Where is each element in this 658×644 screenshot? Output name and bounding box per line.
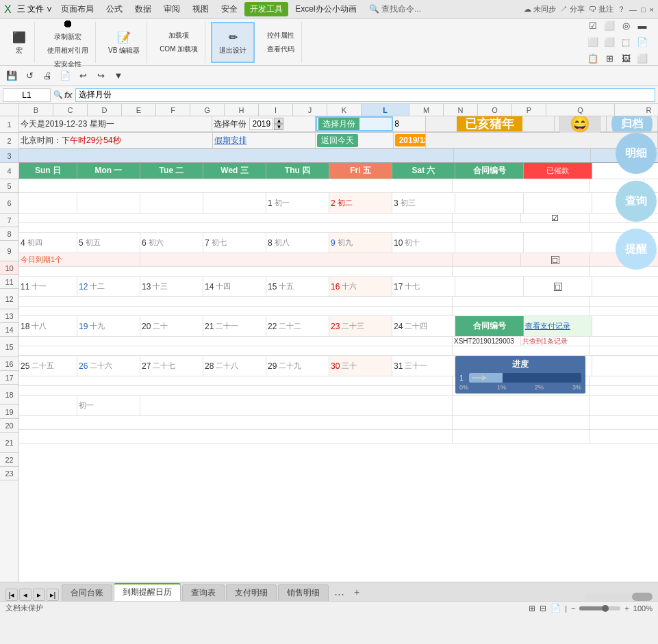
row-num-21[interactable]: 21 bbox=[0, 433, 18, 453]
view-page-icon[interactable]: 📄 bbox=[551, 604, 561, 613]
tab-payment-detail[interactable]: 支付明细 bbox=[226, 584, 277, 601]
row-num-15[interactable]: 15 bbox=[0, 337, 18, 357]
row-num-16[interactable]: 16 bbox=[0, 357, 18, 371]
maximize-btn[interactable]: □ bbox=[641, 5, 646, 14]
row-num-14[interactable]: 14 bbox=[0, 323, 18, 337]
toolbar-icon-11[interactable]: 🖼 bbox=[618, 51, 633, 66]
row-num-3[interactable]: 3 bbox=[0, 149, 18, 163]
more-icon[interactable]: ▼ bbox=[111, 68, 126, 83]
menu-formula[interactable]: 公式 bbox=[101, 2, 128, 16]
save-icon[interactable]: 💾 bbox=[4, 68, 19, 83]
print2-icon[interactable]: 📄 bbox=[58, 68, 73, 83]
zoom-slider[interactable] bbox=[579, 606, 620, 610]
year-input[interactable] bbox=[249, 118, 273, 130]
tab-expiry-calendar[interactable]: 到期提醒日历 bbox=[114, 583, 181, 601]
minimize-btn[interactable]: — bbox=[629, 5, 637, 14]
col-O[interactable]: O bbox=[478, 104, 512, 116]
month-select-button[interactable]: 选择月份 bbox=[318, 117, 359, 131]
chaxun-button[interactable]: 查询 bbox=[616, 181, 657, 222]
col-E[interactable]: E bbox=[122, 104, 156, 116]
help-btn[interactable]: ？ bbox=[618, 4, 625, 14]
relative-ref-button[interactable]: 使用相对引用 bbox=[45, 44, 91, 57]
row-num-10[interactable]: 10 bbox=[0, 261, 18, 275]
guidan-button[interactable]: 归档 bbox=[611, 116, 653, 131]
view-normal-icon[interactable]: ⊞ bbox=[529, 604, 535, 613]
formula-input[interactable]: 选择月份 bbox=[75, 88, 655, 102]
col-L[interactable]: L bbox=[362, 104, 409, 116]
col-D[interactable]: D bbox=[88, 104, 122, 116]
tab-nav-next[interactable]: ▸ bbox=[33, 589, 45, 601]
year-down-btn[interactable]: ▼ bbox=[274, 124, 283, 130]
record-macro-button[interactable]: ⏺ 录制新宏 bbox=[51, 14, 84, 43]
redo-icon[interactable]: ↪ bbox=[93, 68, 108, 83]
tab-nav-first[interactable]: |◂ bbox=[5, 589, 18, 601]
menu-developer[interactable]: 开发工具 bbox=[244, 2, 288, 16]
return-today-button[interactable]: 返回今天 bbox=[317, 134, 358, 147]
tab-add-btn[interactable]: ... bbox=[330, 582, 349, 601]
checkbox-r7[interactable]: ☑ bbox=[551, 214, 559, 222]
row-num-23[interactable]: 23 bbox=[0, 467, 18, 480]
row-num-7[interactable]: 7 bbox=[0, 214, 18, 227]
menu-security[interactable]: 安全 bbox=[216, 2, 243, 16]
exit-design-button[interactable]: ✏ 退出设计 bbox=[216, 28, 249, 57]
view-layout-icon[interactable]: ⊟ bbox=[540, 604, 546, 613]
menu-review[interactable]: 审阅 bbox=[158, 2, 186, 16]
formula-function-icon[interactable]: fx bbox=[64, 90, 73, 100]
formula-expand-icon[interactable]: 🔍 bbox=[53, 90, 63, 99]
horizontal-scrollbar[interactable] bbox=[584, 593, 653, 601]
tab-sales-detail[interactable]: 销售明细 bbox=[278, 584, 329, 601]
row-num-6[interactable]: 6 bbox=[0, 193, 18, 214]
toolbar-icon-9[interactable]: 📋 bbox=[585, 51, 600, 66]
toolbar-icon-3[interactable]: ◎ bbox=[618, 18, 633, 34]
tab-nav-prev[interactable]: ◂ bbox=[19, 589, 31, 601]
col-F[interactable]: F bbox=[156, 104, 190, 116]
toolbar-icon-5[interactable]: ⬜ bbox=[585, 35, 600, 50]
toolbar-icon-2[interactable]: ⬜ bbox=[602, 18, 617, 34]
col-C[interactable]: C bbox=[53, 104, 88, 116]
tab-new-btn[interactable]: + bbox=[349, 584, 365, 600]
cell-reference-input[interactable]: L1 bbox=[3, 88, 51, 102]
zoom-minus-btn[interactable]: − bbox=[571, 604, 575, 613]
undo2-icon[interactable]: ↩ bbox=[75, 68, 90, 83]
control-props-button[interactable]: 控件属性 bbox=[264, 29, 297, 42]
com-addin-button[interactable]: COM 加载项 bbox=[157, 43, 201, 55]
toolbar-icon-8[interactable]: 📄 bbox=[635, 35, 650, 50]
year-up-btn[interactable]: ▲ bbox=[274, 118, 283, 124]
checkbox-r12[interactable]: □ bbox=[554, 283, 562, 291]
macro-button[interactable]: ⬛ 宏 bbox=[8, 28, 30, 57]
share-btn[interactable]: ↗ 分享 bbox=[560, 4, 585, 14]
col-K[interactable]: K bbox=[327, 104, 362, 116]
toolbar-icon-4[interactable]: ▬ bbox=[635, 18, 650, 34]
tab-query-table[interactable]: 查询表 bbox=[182, 584, 225, 601]
toolbar-icon-10[interactable]: ⊞ bbox=[602, 51, 617, 66]
addin-button[interactable]: 加载项 bbox=[166, 29, 192, 42]
undo-icon[interactable]: ↺ bbox=[22, 68, 37, 83]
row-num-17[interactable]: 17 bbox=[0, 371, 18, 385]
menu-file[interactable]: 三 文件 ∨ bbox=[17, 3, 53, 15]
toolbar-icon-7[interactable]: ⬚ bbox=[618, 35, 633, 50]
col-M[interactable]: M bbox=[409, 104, 444, 116]
col-P[interactable]: P bbox=[512, 104, 546, 116]
toolbar-icon-6[interactable]: ⬜ bbox=[602, 35, 617, 50]
col-N[interactable]: N bbox=[444, 104, 478, 116]
col-H[interactable]: H bbox=[225, 104, 259, 116]
row-num-4[interactable]: 4 bbox=[0, 163, 18, 179]
row-num-1[interactable]: 1 bbox=[0, 116, 18, 133]
col-R[interactable]: R bbox=[615, 104, 658, 116]
row-num-13[interactable]: 13 bbox=[0, 309, 18, 323]
search-payment-link[interactable]: 查看支付记录 bbox=[525, 321, 570, 331]
row-num-11[interactable]: 11 bbox=[0, 275, 18, 289]
row-num-19[interactable]: 19 bbox=[0, 405, 18, 419]
tixing-button[interactable]: 提醒 bbox=[616, 229, 657, 270]
menu-data[interactable]: 数据 bbox=[129, 2, 157, 16]
col-J[interactable]: J bbox=[293, 104, 327, 116]
col-Q[interactable]: Q bbox=[546, 104, 615, 116]
col-G[interactable]: G bbox=[190, 104, 225, 116]
row-num-9[interactable]: 9 bbox=[0, 241, 18, 261]
row-num-8[interactable]: 8 bbox=[0, 227, 18, 241]
print-icon[interactable]: 🖨 bbox=[40, 68, 55, 83]
menu-animation[interactable]: Excel办公小动画 bbox=[290, 2, 362, 16]
menu-view[interactable]: 视图 bbox=[187, 2, 214, 16]
row-num-5[interactable]: 5 bbox=[0, 179, 18, 193]
mingxi-button[interactable]: 明细 bbox=[616, 133, 657, 174]
